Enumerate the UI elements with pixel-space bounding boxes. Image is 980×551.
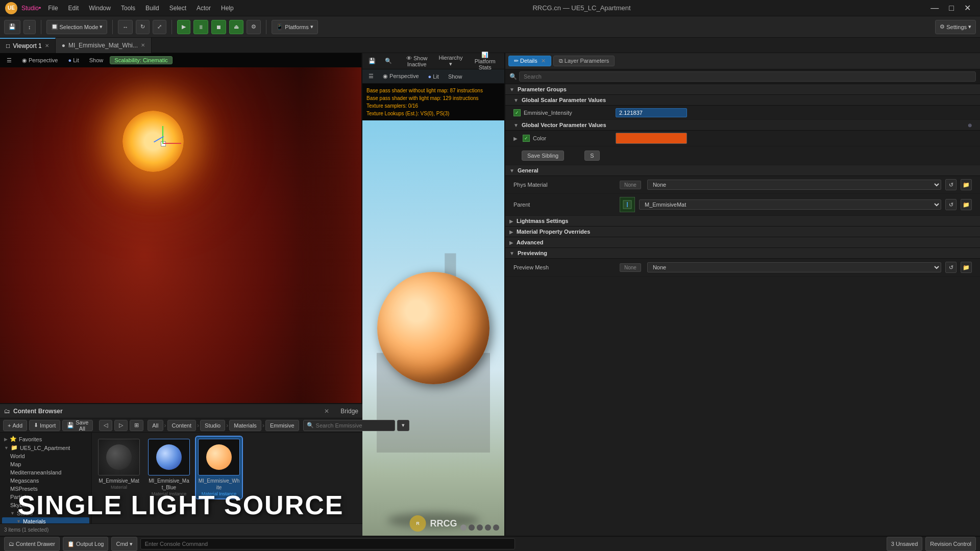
save-sibling-button[interactable]: Save Sibling <box>522 151 564 161</box>
tree-map[interactable]: Map <box>2 460 89 468</box>
preview-dot-refresh[interactable] <box>493 524 499 531</box>
cb-view-button[interactable]: ⊞ <box>130 420 143 431</box>
mat-find-button[interactable]: 🔍 <box>382 57 395 65</box>
details-search-input[interactable] <box>519 71 976 82</box>
console-input[interactable] <box>140 538 515 549</box>
minimize-button[interactable]: — <box>926 3 943 14</box>
viewport-menu-button[interactable]: ☰ <box>3 56 15 65</box>
rotate-button[interactable]: ↻ <box>136 20 150 34</box>
cb-bridge-tab[interactable]: Bridge <box>340 408 358 415</box>
tree-skybox[interactable]: Skybox <box>2 501 89 509</box>
cb-save-all-button[interactable]: 💾 Save All <box>62 420 93 431</box>
scalability-badge[interactable]: Scalability: Cinematic <box>110 56 173 64</box>
breadcrumb-all[interactable]: All <box>148 420 163 431</box>
tab-layer-params[interactable]: ⧉ Layer Parameters <box>553 56 615 66</box>
menu-tools[interactable]: Tools <box>118 4 138 13</box>
platform-stats-button[interactable]: 📊 Platform Stats <box>469 51 501 71</box>
tree-project[interactable]: ▼ 📁 UE5_LC_Apartment <box>2 443 89 452</box>
cb-close-icon[interactable]: ✕ <box>324 408 329 415</box>
preview-dot-3[interactable] <box>477 524 483 531</box>
show-inactive-button[interactable]: 👁 Show Inactive <box>401 54 432 68</box>
parent-refresh-button[interactable]: ↺ <box>945 199 957 210</box>
mat-show-button[interactable]: Show <box>445 72 465 81</box>
asset-mi-emmisive-white[interactable]: MI_Emmisive_White Material Instance <box>196 437 242 498</box>
tree-favorites[interactable]: ▶ ⭐ Favorites <box>2 435 89 443</box>
pause-button[interactable]: ⏸ <box>193 20 208 34</box>
cb-filter-button[interactable]: ▾ <box>397 420 409 431</box>
preview-mesh-browse[interactable]: 📁 <box>961 262 972 273</box>
breadcrumb-content[interactable]: Content <box>167 420 197 431</box>
asset-m-emmisive-mat[interactable]: M_Emmisive_Mat Material <box>96 437 142 492</box>
preview-dot-1[interactable] <box>460 524 467 531</box>
translate-button[interactable]: ↔ <box>118 20 133 34</box>
stop-button[interactable]: ⏹ <box>211 20 226 34</box>
phys-material-select[interactable]: None <box>647 180 941 190</box>
tab-close-viewport[interactable]: ✕ <box>45 43 49 48</box>
output-log-button[interactable]: 📋 Output Log <box>63 537 108 551</box>
content-drawer-button[interactable]: 🗂 Content Drawer <box>4 537 60 551</box>
settings-button[interactable]: ⚙ Settings ▾ <box>935 20 976 34</box>
tree-mspresets[interactable]: MSPresets <box>2 485 89 493</box>
color-checkbox[interactable]: ✓ <box>523 135 530 142</box>
phys-refresh-button[interactable]: ↺ <box>945 179 957 190</box>
cb-search-input[interactable] <box>316 422 391 429</box>
section-mat-property[interactable]: ▶ Material Property Overrides <box>505 227 980 237</box>
section-global-scalar[interactable]: ▼ Global Scalar Parameter Values <box>505 95 980 106</box>
cb-nav-back[interactable]: ◁ <box>99 420 112 431</box>
preview-mesh-select[interactable]: None <box>647 262 941 272</box>
unsaved-button[interactable]: 3 Unsaved <box>887 537 923 551</box>
scale-button[interactable]: ⤢ <box>153 20 166 34</box>
cb-nav-fwd[interactable]: ▷ <box>114 420 128 431</box>
save-button[interactable]: 💾 <box>4 20 20 34</box>
section-parameter-groups[interactable]: ▼ Parameter Groups <box>505 84 980 95</box>
menu-select[interactable]: Select <box>166 4 189 13</box>
hierarchy-button[interactable]: Hierarchy ▾ <box>435 54 465 68</box>
parent-browse-button[interactable]: 📁 <box>961 199 972 210</box>
menu-file[interactable]: File <box>45 4 61 13</box>
viewport-perspective-button[interactable]: ◉ Perspective <box>18 56 61 65</box>
color-swatch[interactable] <box>616 133 687 144</box>
tree-particles[interactable]: Particles <box>2 493 89 501</box>
viewport-lit-button[interactable]: ● Lit <box>64 56 82 64</box>
tab-details[interactable]: ✏ Details ✕ <box>508 56 551 66</box>
breadcrumb-emmisive[interactable]: Emmisive <box>265 420 299 431</box>
parent-select[interactable]: M_EmmisiveMat <box>639 199 941 210</box>
preview-dot-2[interactable] <box>469 524 475 531</box>
tree-mediterranean[interactable]: MediterraneanIsland <box>2 468 89 477</box>
menu-actor[interactable]: Actor <box>193 4 214 13</box>
revision-control-button[interactable]: Revision Control <box>925 537 976 551</box>
section-global-vector[interactable]: ▼ Global Vector Parameter Values ⊕ <box>505 120 980 131</box>
breadcrumb-studio[interactable]: Studio <box>200 420 225 431</box>
menu-help[interactable]: Help <box>218 4 237 13</box>
tree-materials[interactable]: ▼ Materials <box>2 517 89 523</box>
eject-button[interactable]: ⏏ <box>229 20 243 34</box>
maximize-button[interactable]: □ <box>945 3 958 14</box>
section-advanced[interactable]: ▶ Advanced <box>505 237 980 248</box>
play-options-button[interactable]: ⚙ <box>247 20 261 34</box>
mat-vp-menu[interactable]: ☰ <box>365 72 377 81</box>
cb-import-button[interactable]: ⬇ Import <box>29 420 60 431</box>
play-button[interactable]: ▶ <box>177 20 190 34</box>
details-tab-close[interactable]: ✕ <box>541 58 546 64</box>
section-general[interactable]: ▼ General <box>505 165 980 176</box>
menu-window[interactable]: Window <box>86 4 114 13</box>
menu-build[interactable]: Build <box>142 4 162 13</box>
viewport-show-button[interactable]: Show <box>86 56 107 64</box>
tree-studio[interactable]: ▼ Studio <box>2 509 89 517</box>
menu-edit[interactable]: Edit <box>65 4 82 13</box>
close-button[interactable]: ✕ <box>960 2 975 14</box>
section-lightmass[interactable]: ▶ Lightmass Settings <box>505 216 980 227</box>
s-button[interactable]: S <box>584 151 599 161</box>
mat-perspective-button[interactable]: ◉ Perspective <box>380 72 422 81</box>
cmd-button[interactable]: Cmd ▾ <box>111 537 137 551</box>
mat-lit-button[interactable]: ● Lit <box>425 72 442 81</box>
source-control-button[interactable]: ↕ <box>23 20 36 34</box>
platforms-button[interactable]: 📱 Platforms ▾ <box>272 20 317 34</box>
tab-mat-editor[interactable]: ● MI_Emmisive_Mat_Whi... ✕ <box>56 38 152 53</box>
tree-megascans[interactable]: Megascans <box>2 477 89 485</box>
mat-save-button[interactable]: 💾 <box>365 57 379 65</box>
color-expand-arrow[interactable]: ▶ <box>513 136 518 141</box>
cb-add-button[interactable]: + Add <box>3 420 27 431</box>
tab-close-mat[interactable]: ✕ <box>141 42 145 48</box>
breadcrumb-materials[interactable]: Materials <box>229 420 261 431</box>
